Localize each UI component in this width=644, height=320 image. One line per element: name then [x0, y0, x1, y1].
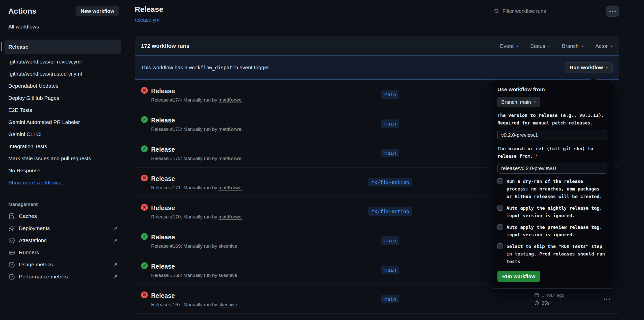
sidebar-item-workflow[interactable]: Gemini CLI CI — [0, 128, 125, 140]
external-link-icon: ↗ — [113, 261, 118, 268]
sidebar-item-workflow[interactable]: Deploy GitHub Pages — [0, 92, 125, 104]
run-duration: 35s — [534, 300, 565, 306]
sidebar-item-usage-metrics[interactable]: Usage metrics ↗ — [0, 259, 125, 271]
sidebar-item-workflow[interactable]: Integration Tests — [0, 140, 125, 152]
skip-tests-option: Select to skip the "Run Tests" step in t… — [497, 243, 607, 265]
required-asterisk: * — [535, 153, 538, 159]
branch-badge[interactable]: main — [381, 119, 399, 128]
actor-link[interactable]: mattKorwel — [218, 185, 242, 190]
calendar-icon — [534, 293, 539, 298]
run-status-icon — [141, 175, 148, 181]
run-subtitle: Release #174: Manually run by mattKorwel — [151, 97, 242, 103]
sidebar-item-label: Usage metrics — [19, 262, 53, 268]
branch-badge[interactable]: main — [381, 236, 399, 245]
sidebar-item-workflow[interactable]: .github/workflows/pr-review.yml — [0, 56, 125, 68]
filter-actor[interactable]: Actor — [595, 43, 613, 49]
search-icon — [494, 8, 499, 14]
run-title-link[interactable]: Release — [151, 263, 237, 270]
run-title-link[interactable]: Release — [151, 204, 242, 212]
run-title-link[interactable]: Release — [151, 146, 242, 153]
sidebar-item-workflow[interactable]: Dependabot Updates — [0, 80, 125, 92]
filter-event[interactable]: Event — [500, 43, 519, 49]
filter-status[interactable]: Status — [530, 43, 550, 49]
sidebar-item-workflow[interactable]: Mark stale issues and pull requests — [0, 152, 125, 165]
show-more-workflows-link[interactable]: Show more workflows... — [0, 177, 125, 189]
run-workflow-dropdown-button[interactable]: Run workflow — [565, 62, 613, 73]
sidebar-divider — [4, 36, 121, 36]
sidebar-item-workflow[interactable]: .github/workflows/trusted-ci.yml — [0, 68, 125, 80]
next-row-sliver — [135, 313, 619, 319]
sidebar-item-runners[interactable]: Runners — [0, 246, 125, 259]
sidebar-item-deployments[interactable]: Deployments ↗ — [0, 222, 125, 234]
new-workflow-button[interactable]: New workflow — [76, 6, 119, 16]
run-title-link[interactable]: Release — [151, 87, 242, 95]
sidebar-item-label: Attestations — [19, 237, 47, 243]
preview-tag-option: Auto apply the preview release tag, inpu… — [497, 223, 607, 239]
actor-link[interactable]: skeshive — [218, 273, 237, 278]
sidebar-item-release-selected[interactable]: Release — [5, 40, 121, 54]
sidebar-item-label: Caches — [19, 213, 37, 219]
run-meta: 1 hour ago 35s — [534, 292, 565, 306]
dry-run-checkbox[interactable] — [497, 178, 503, 184]
sidebar-item-label: Runners — [19, 249, 39, 255]
run-status-icon — [141, 116, 148, 123]
management-section-label: Management — [8, 202, 125, 207]
workflow-file-link[interactable]: release.yml — [135, 17, 160, 23]
actor-link[interactable]: mattKorwel — [218, 97, 242, 103]
sidebar-item-workflow[interactable]: No Response — [0, 165, 125, 177]
branch-badge[interactable]: mk/fix-action — [368, 207, 412, 216]
skip-tests-checkbox[interactable] — [497, 243, 503, 249]
actor-link[interactable]: skeshive — [218, 243, 237, 249]
workflow-options-button[interactable] — [606, 6, 619, 17]
sidebar-title: Actions — [8, 7, 36, 15]
branch-badge[interactable]: main — [381, 90, 399, 99]
sidebar-item-performance-metrics[interactable]: Performance metrics ↗ — [0, 271, 125, 283]
chevron-down-icon — [605, 67, 608, 70]
run-title-link[interactable]: Release — [151, 234, 237, 241]
run-title-link[interactable]: Release — [151, 175, 242, 182]
run-options-kebab-icon[interactable] — [604, 298, 610, 300]
chevron-down-icon — [581, 46, 584, 48]
branch-badge[interactable]: main — [381, 149, 399, 157]
actor-link[interactable]: skeshive — [218, 302, 237, 307]
verified-icon — [8, 237, 15, 244]
server-icon — [8, 249, 15, 256]
external-link-icon: ↗ — [113, 237, 118, 244]
filter-branch[interactable]: Branch — [562, 43, 584, 49]
branch-badge[interactable]: main — [381, 266, 399, 274]
search-input[interactable] — [502, 8, 598, 14]
nightly-tag-checkbox[interactable] — [497, 205, 503, 211]
run-filters: Event Status Branch Actor — [500, 43, 613, 49]
sidebar-item-caches[interactable]: Caches — [0, 210, 125, 222]
actor-link[interactable]: mattKorwel — [218, 214, 242, 219]
sidebar-item-all-workflows[interactable]: All workflows — [8, 24, 125, 30]
run-workflow-submit-button[interactable]: Run workflow — [497, 271, 540, 282]
filter-runs-search[interactable] — [490, 6, 602, 16]
preview-tag-checkbox[interactable] — [497, 224, 503, 230]
workflow-dispatch-code: workflow_dispatch — [189, 65, 238, 70]
sidebar-item-label: Performance metrics — [19, 274, 68, 280]
ref-input[interactable] — [497, 163, 607, 174]
runs-count: 172 workflow runs — [141, 43, 189, 49]
checkbox-label: Auto apply the preview release tag, inpu… — [507, 223, 607, 239]
run-status-icon — [141, 233, 148, 240]
stopwatch-icon — [534, 300, 539, 306]
version-input[interactable] — [497, 130, 607, 140]
branch-select-button[interactable]: Branch: main — [497, 97, 540, 107]
run-status-icon — [141, 87, 148, 94]
actor-link[interactable]: mattKorwel — [218, 126, 242, 132]
page-title: Release — [135, 5, 163, 14]
kebab-icon — [609, 11, 616, 12]
run-time: 1 hour ago — [534, 292, 565, 298]
branch-badge[interactable]: mk/fix-action — [368, 178, 412, 186]
sidebar-item-workflow[interactable]: E2E Tests — [0, 104, 125, 116]
actor-link[interactable]: mattKorwel — [218, 156, 242, 161]
run-title-link[interactable]: Release — [151, 117, 242, 124]
actions-sidebar: Actions New workflow All workflows Relea… — [0, 0, 125, 320]
sidebar-item-workflow[interactable]: Gemini Automated PR Labeler — [0, 116, 125, 128]
branch-badge[interactable]: main — [381, 295, 399, 303]
sidebar-item-attestations[interactable]: Attestations ↗ — [0, 234, 125, 246]
checkbox-label: Auto apply the nightly release tag, inpu… — [507, 204, 607, 219]
run-subtitle: Release #172: Manually run by mattKorwel — [151, 156, 242, 161]
run-title-link[interactable]: Release — [151, 292, 237, 299]
